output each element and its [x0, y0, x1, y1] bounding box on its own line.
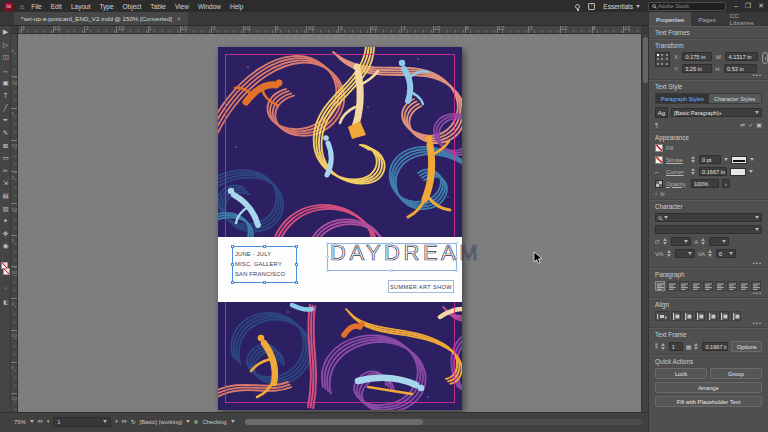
columns-stepper[interactable] [661, 342, 666, 351]
home-icon[interactable]: ⌂ [20, 3, 24, 10]
workspace-switcher[interactable]: Essentials [603, 3, 640, 10]
style-panel-icon[interactable]: ▣ [756, 121, 762, 128]
arrange-button[interactable]: Arrange [655, 382, 762, 393]
canvas-pasteboard[interactable]: DAYDREAM JUNE - JULY MISC. GALLERY SAN F… [18, 34, 641, 412]
headline-text[interactable]: DAYDREAM [330, 240, 481, 266]
font-size-field[interactable] [671, 237, 691, 246]
content-collector-tool[interactable]: ▣ [0, 76, 11, 89]
tracking-field[interactable]: 0 [716, 249, 736, 258]
opacity-field[interactable]: 100% [691, 179, 719, 188]
document-tab[interactable]: *set-up-a-postcard_END_V2.indd @ 150% [C… [14, 12, 188, 25]
horizontal-scroll-thumb[interactable] [245, 419, 424, 425]
drop-shadow-icon[interactable]: ▫ [655, 191, 657, 197]
color-theme-tool[interactable]: ✦ [0, 215, 11, 228]
postcard-page[interactable]: DAYDREAM JUNE - JULY MISC. GALLERY SAN F… [218, 47, 462, 410]
hand-tool[interactable]: ✥ [0, 228, 11, 241]
corner-style-swatch[interactable] [730, 168, 746, 176]
fill-stroke-swatches[interactable] [1, 262, 10, 276]
horizontal-scrollbar[interactable] [245, 419, 642, 425]
direct-selection-tool[interactable]: ▷ [0, 39, 11, 52]
stroke-style-swatch[interactable] [731, 156, 747, 164]
minimize-button[interactable]: – [734, 2, 738, 10]
gradient-tool[interactable]: ▤ [0, 190, 11, 203]
kerning-field[interactable] [675, 249, 695, 258]
text-frame-options-button[interactable]: Options [731, 341, 762, 352]
opacity-more-button[interactable]: › [722, 179, 730, 188]
lightbulb-icon[interactable] [575, 4, 580, 9]
stroke-weight-field[interactable]: 0 pt [699, 155, 721, 164]
align-left-edges[interactable] [671, 311, 681, 321]
screen-mode-button[interactable]: ◧ [1, 298, 10, 306]
effects-icon[interactable]: fx [660, 191, 665, 197]
zoom-tool[interactable]: ◉ [0, 240, 11, 253]
menu-item[interactable]: Object [123, 3, 142, 10]
preflight-menu-icon[interactable]: ↻ [131, 419, 136, 425]
fill-swatch[interactable] [1, 262, 8, 269]
align-bottom-edges[interactable] [731, 311, 741, 321]
y-position-field[interactable]: 3.25 in [682, 64, 712, 73]
free-transform-tool[interactable]: ⇲ [0, 177, 11, 190]
gap-tool[interactable]: ↔ [0, 64, 11, 77]
subtitle-text-frame[interactable]: SUMMER ART SHOW [388, 280, 454, 293]
gutter-field[interactable]: 0.1667 in [702, 342, 728, 351]
menu-item[interactable]: Layout [71, 3, 91, 10]
corner-radius-field[interactable]: 0.1667 in [699, 167, 727, 176]
menu-item[interactable]: Edit [51, 3, 62, 10]
new-paragraph-icon[interactable]: ¶ [655, 122, 658, 128]
tab-close-icon[interactable]: × [177, 15, 181, 22]
vertical-scrollbar[interactable] [641, 34, 648, 412]
menu-item[interactable]: Table [150, 3, 166, 10]
horizontal-ruler[interactable]: 31/221/211/201/211/221/231/241/251/261/2 [18, 26, 641, 34]
corner-radius-stepper[interactable] [691, 167, 696, 176]
align-h-centers[interactable] [683, 311, 693, 321]
prev-page-button[interactable]: ⏴ [47, 418, 50, 425]
lock-button[interactable]: Lock [655, 368, 707, 379]
stroke-weight-stepper[interactable] [691, 155, 696, 164]
towards-spine[interactable] [739, 281, 749, 291]
ruler-origin-box[interactable] [11, 26, 18, 34]
share-icon[interactable] [588, 3, 595, 10]
menu-item[interactable]: Type [99, 3, 113, 10]
justify-left[interactable] [691, 281, 701, 291]
align-right[interactable] [679, 281, 689, 291]
preflight-dropdown-icon[interactable] [231, 420, 235, 423]
rectangle-frame-tool[interactable]: ⊠ [0, 139, 11, 152]
stroke-label[interactable]: Stroke [666, 157, 688, 163]
justify-center[interactable] [703, 281, 713, 291]
paragraph-more-options[interactable]: ••• [655, 291, 762, 295]
vertical-ruler[interactable]: 01/211/221/231/241/251/2 [11, 34, 18, 412]
menu-item[interactable]: File [31, 3, 41, 10]
event-info-text[interactable]: JUNE - JULY MISC. GALLERY SAN FRANCISCO [235, 249, 285, 279]
pencil-tool[interactable]: ✎ [0, 127, 11, 140]
group-button[interactable]: Group [710, 368, 762, 379]
paragraph-style-dropdown[interactable]: [Basic Paragraph]+ [671, 108, 762, 117]
style-override-icon[interactable]: ✓ [748, 121, 753, 128]
zoom-dropdown-icon[interactable] [30, 420, 34, 423]
paragraph-styles-button[interactable]: Paragraph Styles [656, 94, 709, 103]
corner-label[interactable]: Corner [666, 169, 688, 175]
justify-right[interactable] [715, 281, 725, 291]
page-number-field[interactable]: 1 [53, 417, 111, 427]
x-position-field[interactable]: 0.175 in [682, 52, 712, 61]
align-right-edges[interactable] [695, 311, 705, 321]
align-more-options[interactable]: ••• [655, 321, 762, 325]
first-page-button[interactable]: ⏴⏴ [38, 418, 43, 425]
pen-tool[interactable]: ✒ [0, 114, 11, 127]
zoom-level[interactable]: 75% [14, 419, 26, 425]
align-to-selector[interactable] [655, 311, 669, 321]
transform-more-options[interactable]: ••• [655, 73, 762, 77]
preflight-profile[interactable]: [Basic] (working) [140, 419, 183, 425]
last-page-button[interactable]: ⏵⏵ [122, 418, 127, 425]
fill-color-swatch[interactable] [655, 144, 663, 152]
character-styles-button[interactable]: Character Styles [709, 94, 762, 103]
redefine-style-icon[interactable]: ⇄ [740, 121, 745, 128]
line-tool[interactable]: ╱ [0, 102, 11, 115]
restore-button[interactable]: ❐ [745, 2, 751, 10]
leading-field[interactable] [709, 237, 729, 246]
leading-stepper[interactable] [701, 237, 706, 246]
align-left[interactable] [655, 281, 665, 291]
align-top-edges[interactable] [707, 311, 717, 321]
menu-item[interactable]: Help [230, 3, 243, 10]
align-center[interactable] [667, 281, 677, 291]
type-tool[interactable]: T [0, 89, 11, 102]
